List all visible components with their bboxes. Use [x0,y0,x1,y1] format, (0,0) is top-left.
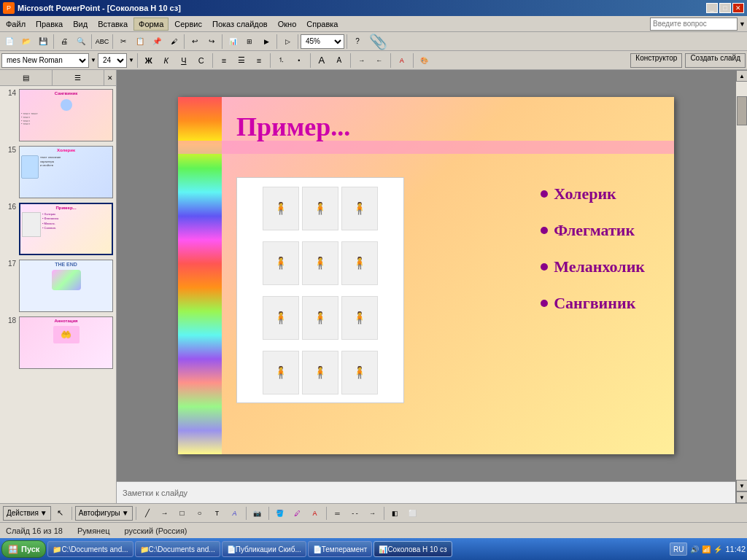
increase-font-button[interactable]: A [314,53,330,68]
oval-tool[interactable]: ○ [192,505,208,521]
shadow-button[interactable]: С [193,53,209,68]
arrow-style-tool[interactable]: → [365,505,381,521]
scroll-track[interactable] [736,82,747,480]
menu-insert[interactable]: Вставка [93,18,132,30]
scroll-down-button-1[interactable]: ▼ [736,480,747,491]
underline-button[interactable]: Ч [176,53,192,68]
show-button[interactable]: ▷ [279,34,295,50]
help-button[interactable]: ? [349,34,365,50]
font-size-dropdown[interactable]: 24 [98,53,127,68]
scroll-down-button-2[interactable]: ▼ [736,491,747,503]
textbox-tool[interactable]: T [209,505,225,521]
line-style-tool[interactable]: ═ [330,505,346,521]
constructor-button[interactable]: Конструктор [630,53,682,68]
menu-slideshow[interactable]: Показ слайдов [208,18,272,30]
decrease-font-button[interactable]: A [331,53,347,68]
menu-edit[interactable]: Правка [31,18,67,30]
outdent-button[interactable]: ← [371,53,387,68]
autoshapes-button[interactable]: Автофигуры ▼ [75,506,133,521]
slide-bullet-list: Холерик Флегматик Меланхолик Сангвиник [541,184,645,330]
fill-color-tool[interactable]: 🪣 [272,505,288,521]
menu-window[interactable]: Окно [274,18,301,30]
cut-button[interactable]: ✂ [115,34,131,50]
bold-button[interactable]: Ж [141,53,157,68]
actions-button[interactable]: Действия ▼ [3,506,51,521]
scroll-thumb[interactable] [737,96,747,125]
taskbar-item-5[interactable]: 📊 Соколова Н 10 сз [374,541,452,557]
font-name-dropdown-icon[interactable]: ▼ [90,57,96,63]
media-button[interactable]: ▶ [258,34,274,50]
format-painter-button[interactable]: 🖌 [166,34,182,50]
taskbar-item-1[interactable]: 📁 C:\Documents and... [47,541,133,557]
undo-button[interactable]: ↩ [187,34,203,50]
align-left-button[interactable]: ≡ [216,53,232,68]
arrow-tool-2[interactable]: → [157,505,173,521]
italic-button[interactable]: К [158,53,174,68]
scroll-up-button[interactable]: ▲ [736,70,747,82]
color-button[interactable]: A [394,53,410,68]
align-right-button[interactable]: ≡ [251,53,267,68]
rect-tool[interactable]: □ [174,505,190,521]
start-button[interactable]: 🪟 Пуск [1,540,46,558]
minimize-button[interactable]: _ [706,3,718,13]
slides-tab[interactable]: ▤ [0,70,53,85]
menu-file[interactable]: Файл [1,18,30,30]
font-size-dropdown-icon[interactable]: ▼ [128,57,134,63]
taskbar-item-4[interactable]: 📄 Темперамент [308,541,373,557]
outline-tab[interactable]: ☰ [53,70,105,85]
maximize-button[interactable]: □ [719,3,731,13]
font-name-dropdown[interactable]: mes New Roman [1,53,89,68]
chart-button[interactable]: 📊 [225,34,241,50]
new-button[interactable]: 📄 [1,34,18,50]
slide-item-16[interactable]: 16 Пример... • Холерик• Флегматик• Мелан… [3,203,113,255]
redo-button[interactable]: ↪ [204,34,220,50]
notes-label: Заметки к слайду [123,489,187,497]
slide-item-14[interactable]: 14 Сангвиник • текст текст• текст• текст… [3,89,113,141]
shadow-tool[interactable]: ◧ [387,505,403,521]
copy-button[interactable]: 📋 [132,34,148,50]
taskbar-temp-icon: 📄 [313,545,322,553]
main-slide[interactable]: Пример... 🧍 🧍 🧍 🧍 🧍 🧍 🧍 [178,97,674,454]
line-color-tool[interactable]: 🖊 [290,505,306,521]
language-button[interactable]: RU [670,542,687,556]
line-tool[interactable]: ╱ [139,505,155,521]
bullet-dot-2 [541,227,548,234]
format-sep-5 [350,53,351,68]
font-color-tool[interactable]: A [307,505,323,521]
zoom-dropdown[interactable]: 45% 50% 75% 100% [301,34,344,49]
num-list-button[interactable]: ⒈ [274,53,290,68]
menu-service[interactable]: Сервис [170,18,206,30]
spell-button[interactable]: ABC [94,34,110,50]
bullet-list-button[interactable]: • [291,53,307,68]
menu-help[interactable]: Справка [302,18,342,30]
open-button[interactable]: 📂 [18,34,34,50]
close-button[interactable]: ✕ [732,3,744,13]
taskbar-folder-icon-1: 📁 [53,545,61,553]
search-dropdown-icon[interactable]: ▼ [739,20,746,28]
paste-button[interactable]: 📌 [149,34,165,50]
3d-tool[interactable]: ⬜ [405,505,421,521]
line-dash-tool[interactable]: - - [347,505,363,521]
slide-item-15[interactable]: 15 Холерик текст описаниехарактераи свой… [3,146,113,198]
arrow-tool[interactable]: ↖ [53,506,69,521]
table-button[interactable]: ⊞ [241,34,258,50]
save-button[interactable]: 💾 [35,34,51,50]
wordart-tool[interactable]: A [227,505,243,521]
cartoon-fig-8: 🧍 [302,296,338,340]
slide-number-17: 17 [3,260,16,268]
create-slide-button[interactable]: Создать слайд [685,53,746,68]
taskbar-item-3[interactable]: 📄 Публикации Скиб... [222,541,306,557]
slide-item-18[interactable]: 18 Аннотация 🤲 [3,316,113,369]
print-button[interactable]: 🖨 [56,34,72,50]
align-center-button[interactable]: ☰ [233,53,249,68]
slide-item-17[interactable]: 17 THE END [3,260,113,312]
close-panel-button[interactable]: ✕ [104,70,116,85]
indent-button[interactable]: → [354,53,370,68]
search-input[interactable] [650,18,738,31]
print-preview-button[interactable]: 🔍 [73,34,89,50]
taskbar-item-2[interactable]: 📁 C:\Documents and... [135,541,220,557]
menu-view[interactable]: Вид [69,18,92,30]
media-insert-tool[interactable]: 📷 [249,505,266,521]
menu-format[interactable]: Форма [133,18,169,31]
more-colors-button[interactable]: 🎨 [417,53,433,68]
